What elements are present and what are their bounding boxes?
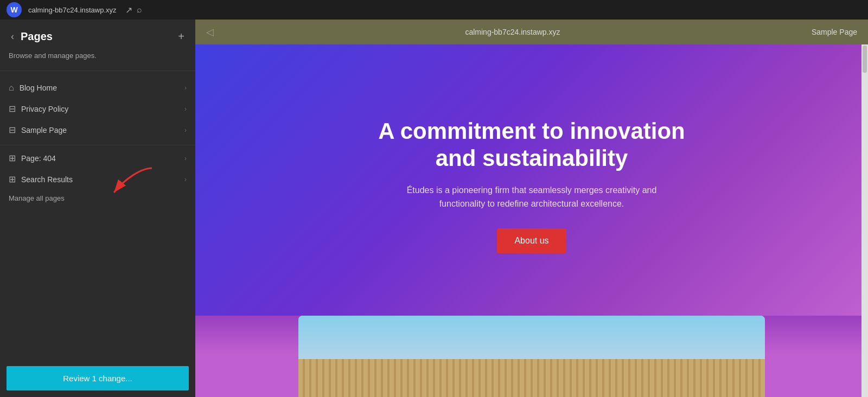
manage-all-label: Manage all pages (9, 194, 65, 202)
preview-nav-link[interactable]: Sample Page (812, 28, 857, 36)
top-divider (0, 71, 195, 71)
chevron-right-icon: › (184, 126, 187, 134)
page-item-label: Page: 404 (21, 154, 179, 163)
home-icon: ⌂ (9, 83, 14, 93)
mid-divider (0, 145, 195, 145)
chevron-right-icon: › (184, 84, 187, 92)
chevron-right-icon: › (184, 155, 187, 162)
page-item-search-results[interactable]: ⊞ Search Results › (0, 169, 195, 190)
sidebar-subtitle: Browse and manage pages. (0, 49, 195, 68)
page-item-404[interactable]: ⊞ Page: 404 › (0, 148, 195, 169)
preview-topbar: ◁ calming-bb7c24.instawp.xyz Sample Page (195, 20, 868, 44)
preview-area: ◁ calming-bb7c24.instawp.xyz Sample Page… (195, 20, 868, 397)
template-icon: ⊞ (9, 174, 16, 184)
preview-content[interactable]: A commitment to innovation and sustainab… (195, 44, 868, 397)
top-bar-icons: ↗ ⌕ (125, 5, 142, 15)
template-icon: ⊞ (9, 153, 16, 163)
review-changes-button[interactable]: Review 1 change... (7, 366, 189, 390)
page-icon: ⊟ (9, 125, 16, 135)
preview-url: calming-bb7c24.instawp.xyz (214, 28, 812, 36)
site-url: calming-bb7c24.instawp.xyz (28, 6, 117, 14)
page-item-label: Blog Home (20, 84, 179, 92)
chevron-right-icon: › (184, 105, 187, 113)
page-item-blog-home[interactable]: ⌂ Blog Home › (0, 78, 195, 98)
back-button[interactable]: ‹ (9, 29, 16, 44)
sidebar-header: ‹ Pages + (0, 20, 195, 49)
nav-arrow-icon: ◁ (206, 26, 214, 38)
hero-subtitle: Études is a pioneering firm that seamles… (396, 183, 667, 211)
building-section (195, 316, 868, 397)
top-bar: W calming-bb7c24.instawp.xyz ↗ ⌕ (0, 0, 868, 20)
page-icon: ⊟ (9, 104, 16, 114)
sky-bg (298, 316, 765, 359)
sidebar-footer: Review 1 change... (0, 360, 195, 397)
manage-all-pages[interactable]: Manage all pages (0, 190, 195, 211)
external-link-icon[interactable]: ↗ (125, 5, 132, 15)
scrollbar[interactable] (861, 44, 868, 397)
scrollbar-thumb[interactable] (863, 46, 867, 73)
page-item-label: Privacy Policy (21, 105, 179, 113)
page-item-label: Sample Page (21, 126, 179, 135)
building-image (298, 316, 765, 397)
sidebar: ‹ Pages + Browse and manage pages. ⌂ Blo… (0, 20, 195, 397)
add-page-button[interactable]: + (176, 28, 187, 45)
page-item-sample-page[interactable]: ⊟ Sample Page › (0, 119, 195, 140)
hero-title: A commitment to innovation and sustainab… (369, 118, 694, 172)
page-item-label: Search Results (21, 175, 179, 184)
building-facade (298, 359, 765, 397)
search-icon[interactable]: ⌕ (137, 5, 142, 15)
about-us-button[interactable]: About us (497, 228, 566, 253)
page-item-privacy-policy[interactable]: ⊟ Privacy Policy › (0, 98, 195, 119)
main-area: ‹ Pages + Browse and manage pages. ⌂ Blo… (0, 20, 868, 397)
page-list: ⌂ Blog Home › ⊟ Privacy Policy › ⊟ Sampl… (0, 73, 195, 360)
sidebar-title: Pages (21, 30, 171, 43)
hero-section: A commitment to innovation and sustainab… (195, 44, 868, 316)
wp-logo[interactable]: W (7, 2, 22, 17)
chevron-right-icon: › (184, 176, 187, 183)
